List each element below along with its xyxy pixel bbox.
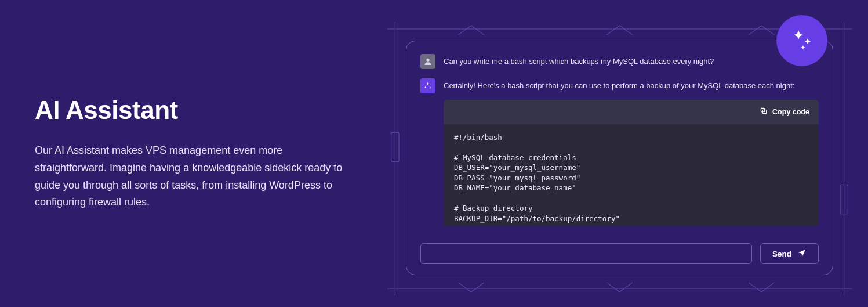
user-avatar-icon (420, 54, 435, 69)
user-message-text: Can you write me a bash script which bac… (444, 54, 714, 69)
svg-rect-5 (840, 185, 848, 214)
ai-avatar-icon (420, 78, 435, 93)
svg-rect-4 (391, 132, 399, 161)
code-block: Copy code #!/bin/bash # MySQL database c… (444, 100, 819, 226)
send-button[interactable]: Send (760, 243, 819, 264)
copy-code-label: Copy code (772, 108, 809, 116)
copy-code-button[interactable]: Copy code (760, 107, 809, 117)
send-button-label: Send (772, 250, 791, 258)
chat-window: Can you write me a bash script which bac… (406, 41, 833, 275)
sparkles-icon (788, 27, 816, 55)
code-content: #!/bin/bash # MySQL database credentials… (444, 124, 819, 226)
chat-input[interactable] (420, 243, 752, 264)
page-title: AI Assistant (35, 96, 348, 125)
chat-message-user: Can you write me a bash script which bac… (420, 54, 819, 69)
page-description: Our AI Assistant makes VPS management ev… (35, 142, 348, 211)
ai-message-text: Certainly! Here's a bash script that you… (444, 78, 819, 92)
ai-sparkle-badge (776, 15, 827, 66)
copy-icon (760, 107, 768, 117)
send-icon (797, 248, 807, 259)
svg-point-6 (426, 59, 429, 62)
